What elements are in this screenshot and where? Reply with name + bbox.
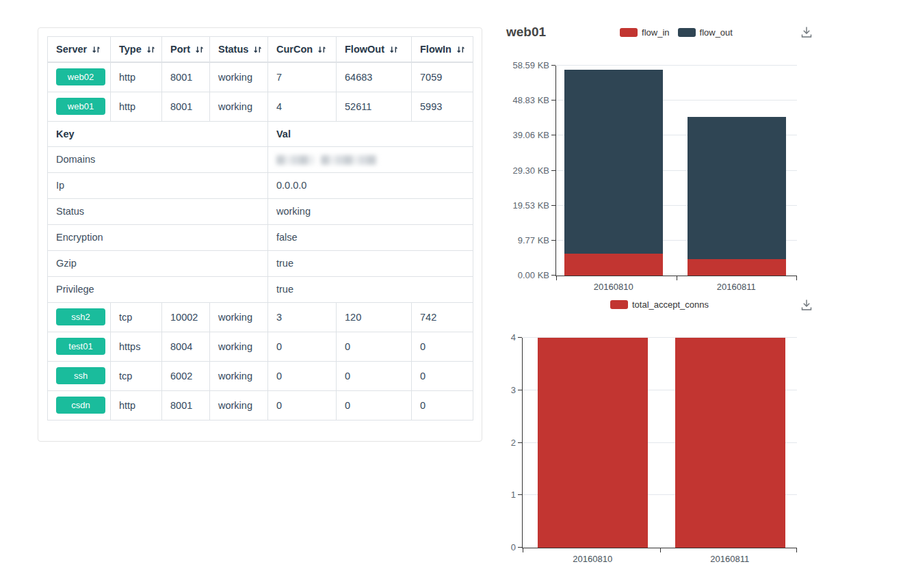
download-icon[interactable] (799, 25, 814, 40)
type-cell: http (111, 92, 162, 121)
port-cell: 10002 (162, 302, 210, 332)
server-table-card: Server Type Port Status CurCon FlowOut F… (38, 27, 482, 442)
bar-20160811 (688, 66, 786, 276)
col-header-status[interactable]: Status (210, 37, 268, 63)
y-axis-label: 19.53 KB (513, 200, 550, 211)
bar-segment-flow-in[interactable] (564, 254, 663, 276)
legend-item-flow-in[interactable]: flow_in (620, 27, 669, 38)
y-axis-tick (518, 547, 522, 548)
legend-item-flow-out[interactable]: flow_out (678, 27, 733, 38)
x-axis-tick (796, 548, 797, 552)
x-axis-tick (523, 548, 523, 552)
x-axis-tick (796, 276, 797, 280)
port-cell: 8001 (162, 92, 210, 121)
y-axis-label: 0.00 KB (518, 270, 549, 281)
chart-title: web01 (506, 25, 546, 40)
server-badge[interactable]: csdn (56, 397, 105, 414)
y-axis-tick (551, 135, 555, 135)
table-row-web01: web01 http 8001 working 4 52611 5993 (48, 92, 473, 121)
y-axis-label: 4 (511, 332, 516, 343)
col-header-server[interactable]: Server (48, 37, 111, 63)
redacted-domain-value (276, 155, 315, 165)
table-row-ssh2: ssh2 tcp 10002 working 3 120 742 (48, 302, 473, 332)
server-badge[interactable]: ssh2 (56, 308, 105, 325)
flow-chart-legend: flow_in flow_out (555, 27, 797, 38)
port-cell: 8004 (162, 332, 210, 361)
status-cell: working (210, 390, 268, 420)
server-cell: csdn (48, 390, 111, 420)
type-cell: http (111, 62, 162, 92)
y-axis-tick (551, 240, 555, 241)
kv-row-encryption: Encryption false (48, 224, 473, 250)
col-header-label: FlowOut (345, 44, 384, 55)
col-header-label: Server (56, 44, 87, 55)
bar-segment-total-accept-conns[interactable] (675, 338, 785, 548)
legend-swatch-flow-in (620, 28, 638, 37)
server-cell: web01 (48, 92, 111, 121)
y-axis-tick (518, 442, 522, 443)
flowout-cell: 64683 (337, 62, 412, 92)
bar-segment-flow-out[interactable] (564, 70, 663, 254)
x-axis-label: 20160810 (573, 554, 612, 564)
status-cell: working (210, 361, 268, 390)
y-axis-tick (551, 100, 555, 101)
flowin-cell: 0 (412, 390, 473, 420)
kv-val: 0.0.0.0 (268, 172, 473, 198)
bar-20160811 (675, 338, 785, 548)
server-cell: test01 (48, 332, 111, 361)
port-cell: 8001 (162, 390, 210, 420)
y-axis-label: 0 (511, 542, 516, 553)
download-icon[interactable] (799, 297, 814, 312)
bar-segment-total-accept-conns[interactable] (538, 338, 648, 548)
status-cell: working (210, 92, 268, 121)
x-axis-tick (556, 276, 557, 280)
kv-key-header: Key (48, 121, 268, 146)
sort-icon (195, 45, 204, 54)
x-axis-tick (677, 276, 677, 280)
server-badge[interactable]: web01 (56, 98, 105, 115)
bar-segment-flow-out[interactable] (688, 117, 786, 259)
x-axis-tick (660, 548, 661, 552)
legend-label: flow_in (642, 27, 669, 38)
col-header-label: Type (119, 44, 142, 55)
type-cell: http (111, 390, 162, 420)
col-header-flowout[interactable]: FlowOut (337, 37, 412, 63)
flowin-cell: 742 (412, 302, 473, 332)
type-cell: tcp (111, 361, 162, 390)
curcon-cell: 0 (268, 361, 337, 390)
server-badge[interactable]: test01 (56, 338, 105, 355)
kv-key: Encryption (48, 224, 268, 250)
server-cell: ssh (48, 361, 111, 390)
bar-segment-flow-in[interactable] (688, 259, 786, 276)
y-axis-tick (551, 170, 555, 171)
col-header-label: FlowIn (420, 44, 452, 55)
kv-key: Status (48, 198, 268, 224)
col-header-flowin[interactable]: FlowIn (412, 37, 473, 63)
y-axis-tick (518, 494, 522, 495)
server-badge[interactable]: ssh (56, 367, 105, 384)
flowout-cell: 52611 (337, 92, 412, 121)
flowin-cell: 5993 (412, 92, 473, 121)
port-cell: 8001 (162, 62, 210, 92)
legend-label: total_accept_conns (632, 299, 709, 310)
kv-row-domains: Domains (48, 146, 473, 172)
kv-key: Gzip (48, 250, 268, 276)
server-cell: web02 (48, 62, 111, 92)
x-axis-label: 20160811 (710, 554, 749, 564)
server-table: Server Type Port Status CurCon FlowOut F… (47, 36, 473, 420)
col-header-label: CurCon (276, 44, 313, 55)
conns-chart-legend: total_accept_conns (522, 299, 797, 310)
x-axis-label: 20160811 (717, 282, 756, 292)
server-badge[interactable]: web02 (56, 68, 105, 85)
y-axis-tick (551, 205, 555, 206)
col-header-type[interactable]: Type (111, 37, 162, 63)
col-header-curcon[interactable]: CurCon (268, 37, 337, 63)
col-header-port[interactable]: Port (162, 37, 210, 63)
sort-icon (317, 45, 326, 54)
sort-icon (389, 45, 398, 54)
flowout-cell: 120 (337, 302, 412, 332)
redacted-domain-value (321, 155, 377, 165)
x-axis-label: 20160810 (594, 282, 633, 292)
curcon-cell: 4 (268, 92, 337, 121)
legend-item-total-accept-conns[interactable]: total_accept_conns (610, 299, 709, 310)
